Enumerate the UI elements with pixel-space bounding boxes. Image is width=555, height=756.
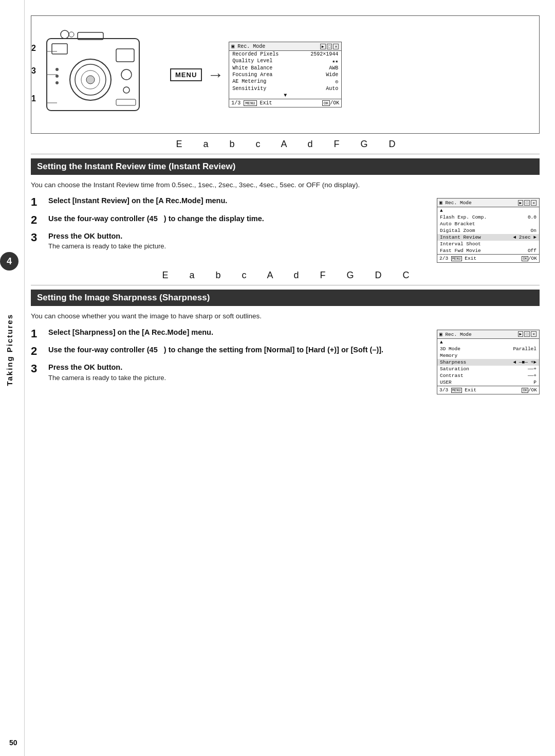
section1-step2: 2 Use the four-way controller (45 ) to c… (31, 213, 427, 227)
s2-step1-number: 1 (31, 327, 42, 340)
s1-row-3: Digital ZoomOn (437, 227, 539, 234)
divider-2 (31, 285, 540, 285)
rec-mode-title: ▣ Rec. Mode (231, 43, 265, 49)
num-2: 2 (31, 44, 36, 53)
s2-row-5: Contrast——+ (437, 372, 539, 379)
s1-row-6: Fast Fwd MovieOff (437, 247, 539, 254)
section2-intro: You can choose whether you want the imag… (31, 311, 540, 321)
step2-title: Use the four-way controller (45 ) to cha… (48, 213, 427, 224)
num-3: 3 (31, 66, 36, 76)
section1-rec-header: ▣ Rec. Mode ▶□✕ (437, 199, 539, 207)
svg-point-2 (61, 30, 69, 39)
svg-point-10 (121, 69, 132, 80)
section2-rec-footer: 3/3 MENU Exit OK/OK (437, 386, 539, 394)
step3-body: The camera is ready to take the picture. (48, 242, 427, 250)
svg-point-8 (86, 76, 95, 84)
s2-step2-content: Use the four-way controller (45 ) to cha… (48, 345, 427, 358)
step2-content: Use the four-way controller (45 ) to cha… (48, 213, 427, 227)
arrow-icon: → (207, 65, 224, 84)
main-content: 2 3 1 MENU → ▣ Rec. Mode ▶□✕ Recorded Pi… (31, 15, 540, 741)
rec-row-7: ▼ (229, 92, 341, 99)
rec-row-1: Recorded Pixels2592×1944 (229, 51, 341, 58)
rec-row-3: White BalanceAWB (229, 65, 341, 71)
section1-steps: 1 Select [Instant Review] on the [A Rec.… (31, 195, 427, 254)
alpha-row-1: E a b c A d F G D (31, 139, 540, 150)
sidebar-text: Taking Pictures (0, 273, 18, 427)
page: 4 Taking Pictures 50 (0, 0, 555, 756)
section2-step2: 2 Use the four-way controller (45 ) to c… (31, 345, 427, 358)
s2-step2-title: Use the four-way controller (45 ) to cha… (48, 345, 427, 355)
chapter-number: 4 (0, 252, 18, 271)
svg-point-13 (55, 68, 59, 71)
svg-rect-12 (116, 99, 136, 105)
s2-row-6: USERP (437, 379, 539, 386)
rec-mode-box: ▣ Rec. Mode ▶□✕ Recorded Pixels2592×1944… (229, 42, 342, 107)
menu-label-box: MENU (170, 68, 202, 81)
num-1: 1 (31, 94, 36, 103)
s2-step3-body: The camera is ready to take the picture. (48, 374, 427, 382)
alpha-row-2: E a b c A d F G D C (31, 270, 540, 281)
svg-rect-4 (52, 44, 67, 54)
s2-row-0: ▲ (437, 339, 539, 346)
svg-rect-9 (116, 49, 134, 62)
svg-point-11 (123, 87, 130, 93)
s2-step1-content: Select [Sharpness] on the [A Rec.Mode] m… (48, 327, 427, 340)
menu-arrow-area: MENU → ▣ Rec. Mode ▶□✕ Recorded Pixels25… (170, 42, 342, 107)
step3-number: 3 (31, 231, 42, 250)
rec-mode-icons: ▶□✕ (320, 44, 339, 49)
camera-diagram-section: 2 3 1 MENU → ▣ Rec. Mode ▶□✕ Recorded Pi… (31, 15, 540, 134)
svg-point-3 (69, 32, 74, 37)
rec-row-4: Focusing AreaWide (229, 71, 341, 78)
section1-step1: 1 Select [Instant Review] on the [A Rec.… (31, 195, 427, 209)
section2-step3: 3 Press the OK button. The camera is rea… (31, 362, 427, 381)
section2-steps: 1 Select [Sharpness] on the [A Rec.Mode]… (31, 327, 427, 386)
s2-row-4: Saturation——+ (437, 366, 539, 372)
s2-step2-number: 2 (31, 345, 42, 358)
step3-title: Press the OK button. (48, 231, 427, 241)
divider-1 (31, 154, 540, 154)
rec-mode-header: ▣ Rec. Mode ▶□✕ (229, 42, 341, 51)
menu-label: MENU (170, 68, 202, 81)
section2-side-panel: ▣ Rec. Mode ▶□✕ ▲ 3D ModeParallel Memory… (437, 327, 540, 394)
s1-row-5: Interval Shoot (437, 241, 539, 247)
s2-step1-title: Select [Sharpness] on the [A Rec.Mode] m… (48, 327, 427, 337)
step2-number: 2 (31, 213, 42, 227)
s2-row-1: 3D ModeParallel (437, 346, 539, 352)
rec-mode-footer: 1/3 MENU Exit OK/OK (229, 99, 341, 107)
section2-header: Setting the Image Sharpness (Sharpness) (31, 290, 540, 306)
s1-row-2: Auto Bracket (437, 221, 539, 227)
svg-point-15 (55, 81, 59, 84)
s2-row-2: Memory (437, 352, 539, 359)
s1-row-4-highlighted: Instant Review◄ 2sec ► (437, 234, 539, 241)
section1-steps-panel: 1 Select [Instant Review] on the [A Rec.… (31, 195, 540, 263)
s2-step3-content: Press the OK button. The camera is ready… (48, 362, 427, 381)
page-number: 50 (9, 739, 17, 747)
s2-step3-number: 3 (31, 362, 42, 381)
step1-content: Select [Instant Review] on the [A Rec.Mo… (48, 195, 427, 209)
section2-rec-box: ▣ Rec. Mode ▶□✕ ▲ 3D ModeParallel Memory… (437, 330, 540, 394)
section1-step3: 3 Press the OK button. The camera is rea… (31, 231, 427, 250)
s2-row-3-highlighted: Sharpness◄ —■— +► (437, 359, 539, 366)
section1-intro: You can choose the Instant Review time f… (31, 180, 540, 190)
section1-rec-box: ▣ Rec. Mode ▶□✕ ▲ Flash Exp. Comp.0.0 Au… (437, 198, 540, 263)
step1-title: Select [Instant Review] on the [A Rec.Mo… (48, 195, 427, 206)
section1-header: Setting the Instant Review time (Instant… (31, 158, 540, 175)
section1-side-panel: ▣ Rec. Mode ▶□✕ ▲ Flash Exp. Comp.0.0 Au… (437, 195, 540, 263)
s1-row-0: ▲ (437, 207, 539, 214)
rec-row-2: Quality Level★★ (229, 58, 341, 65)
section1-rec-footer: 2/3 MENU Exit OK/OK (437, 254, 539, 262)
section2-rec-header: ▣ Rec. Mode ▶□✕ (437, 330, 539, 339)
step3-content: Press the OK button. The camera is ready… (48, 231, 427, 250)
section2-step1: 1 Select [Sharpness] on the [A Rec.Mode]… (31, 327, 427, 340)
left-sidebar: 4 Taking Pictures (0, 0, 25, 756)
s2-step3-title: Press the OK button. (48, 362, 427, 372)
svg-point-14 (55, 75, 59, 78)
rec-row-6: SensitivityAuto (229, 85, 341, 92)
camera-image: 2 3 1 (36, 23, 160, 126)
rec-row-5: AE Metering⊙ (229, 78, 341, 85)
section2-steps-panel: 1 Select [Sharpness] on the [A Rec.Mode]… (31, 327, 540, 394)
step1-number: 1 (31, 195, 42, 209)
s1-row-1: Flash Exp. Comp.0.0 (437, 214, 539, 221)
